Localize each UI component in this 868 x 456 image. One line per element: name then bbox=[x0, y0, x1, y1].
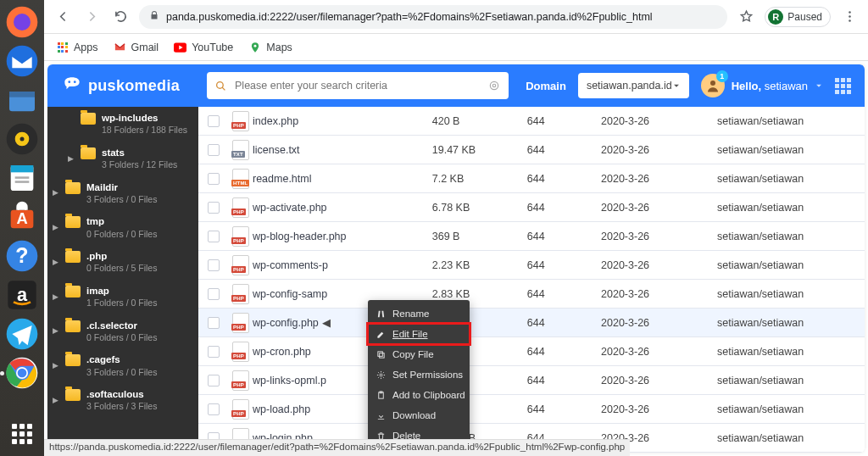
dock-telegram[interactable] bbox=[5, 317, 39, 351]
star-button[interactable] bbox=[736, 7, 756, 27]
menu-rename[interactable]: Rename bbox=[368, 303, 470, 324]
bookmark-youtube[interactable]: YouTube bbox=[174, 41, 233, 53]
context-menu[interactable]: RenameEdit FileCopy FileSet PermissionsA… bbox=[368, 300, 470, 449]
chevron-right-icon: ▶ bbox=[53, 361, 59, 370]
reload-button[interactable] bbox=[110, 7, 131, 27]
address-bar[interactable]: panda.puskomedia.id:2222/user/filemanage… bbox=[139, 5, 727, 29]
tree-item[interactable]: ▶.cagefs3 Folders / 0 Files bbox=[47, 348, 198, 383]
dock-files[interactable] bbox=[5, 83, 39, 117]
file-row[interactable]: wp-config.php◀3.03 KB6442020-3-26setiawa… bbox=[198, 309, 865, 337]
search-settings-icon[interactable] bbox=[488, 80, 500, 92]
tree-item[interactable]: ▶imap1 Folders / 0 Files bbox=[47, 280, 198, 314]
row-checkbox[interactable] bbox=[208, 144, 220, 156]
row-checkbox[interactable] bbox=[208, 346, 220, 358]
file-name: wp-comments-p bbox=[253, 259, 432, 271]
file-row[interactable]: wp-cron.php3.86 KB6442020-3-26setiawan/s… bbox=[198, 337, 865, 366]
page-viewport: puskomedia Domain setiawan.panda.id Hel bbox=[44, 61, 868, 456]
menu-download[interactable]: Download bbox=[368, 405, 470, 425]
tree-item[interactable]: ▶.php0 Folders / 5 Files bbox=[47, 245, 198, 280]
file-row[interactable]: license.txt19.47 KB6442020-3-26setiawan/… bbox=[198, 136, 865, 164]
dock-help[interactable]: ? bbox=[5, 239, 39, 273]
user-area[interactable]: Hello, setiawan bbox=[701, 74, 851, 97]
row-checkbox[interactable] bbox=[208, 288, 220, 300]
back-button[interactable] bbox=[53, 7, 73, 27]
file-date: 2020-3-26 bbox=[601, 231, 717, 242]
search-input[interactable] bbox=[233, 79, 481, 92]
file-date: 2020-3-26 bbox=[601, 288, 717, 300]
tree-item[interactable]: ▶.cl.selector0 Folders / 0 Files bbox=[47, 314, 198, 349]
svg-point-24 bbox=[849, 15, 851, 18]
svg-point-31 bbox=[491, 81, 498, 89]
file-row[interactable]: index.php420 B6442020-3-26setiawan/setia… bbox=[198, 107, 865, 136]
menu-set-permissions[interactable]: Set Permissions bbox=[368, 364, 470, 385]
menu-copy-file[interactable]: Copy File bbox=[368, 344, 470, 364]
row-checkbox[interactable] bbox=[208, 317, 220, 329]
profile-paused[interactable]: R Paused bbox=[765, 7, 831, 27]
folder-tree[interactable]: wp-includes18 Folders / 188 Files▶stats3… bbox=[47, 107, 198, 453]
tree-item[interactable]: ▶tmp0 Folders / 0 Files bbox=[47, 210, 198, 245]
domain-select[interactable]: setiawan.panda.id bbox=[578, 73, 689, 98]
svg-point-32 bbox=[492, 84, 496, 87]
tree-item[interactable]: wp-includes18 Folders / 188 Files bbox=[47, 107, 198, 142]
row-checkbox[interactable] bbox=[208, 115, 220, 127]
tree-item[interactable]: ▶stats3 Folders / 12 Files bbox=[47, 142, 198, 176]
file-icon bbox=[232, 370, 249, 391]
chevron-down-icon bbox=[815, 81, 823, 90]
svg-rect-10 bbox=[15, 176, 30, 179]
chevron-right-icon: ▶ bbox=[53, 396, 59, 405]
file-row[interactable]: wp-config-samp2.83 KB6442020-3-26setiawa… bbox=[198, 280, 865, 309]
search-box[interactable] bbox=[207, 72, 509, 99]
row-checkbox[interactable] bbox=[208, 202, 220, 214]
dock-firefox[interactable] bbox=[5, 5, 39, 39]
file-row[interactable]: wp-links-opml.p2.45 KB6442020-3-26setiaw… bbox=[198, 366, 865, 395]
row-checkbox[interactable] bbox=[208, 375, 220, 386]
file-size: 369 B bbox=[432, 231, 527, 242]
file-permissions: 644 bbox=[527, 115, 601, 127]
dock-show-applications[interactable] bbox=[5, 417, 39, 451]
folder-icon bbox=[81, 113, 96, 125]
dock-software[interactable]: A bbox=[5, 200, 39, 234]
file-permissions: 644 bbox=[527, 317, 601, 329]
file-row[interactable]: wp-load.php3.25 KB6442020-3-26setiawan/s… bbox=[198, 395, 865, 424]
dock-chrome[interactable] bbox=[5, 356, 39, 390]
gmail-icon bbox=[114, 41, 126, 53]
forward-button[interactable] bbox=[81, 7, 102, 27]
dock-rhythmbox[interactable] bbox=[5, 122, 39, 156]
file-name: wp-config-samp bbox=[253, 288, 432, 300]
row-checkbox[interactable] bbox=[208, 403, 220, 415]
file-row[interactable]: readme.html7.2 KB6442020-3-26setiawan/se… bbox=[198, 164, 865, 193]
folder-icon bbox=[65, 251, 81, 263]
row-checkbox[interactable] bbox=[208, 259, 220, 271]
tree-item[interactable]: ▶Maildir3 Folders / 0 Files bbox=[47, 176, 198, 211]
dock-amazon[interactable]: a bbox=[5, 278, 39, 312]
row-checkbox[interactable] bbox=[208, 231, 220, 242]
bookmark-gmail[interactable]: Gmail bbox=[114, 41, 159, 53]
bookmark-apps[interactable]: Apps bbox=[56, 41, 98, 53]
file-row[interactable]: wp-activate.php6.78 KB6442020-3-26setiaw… bbox=[198, 193, 865, 222]
tree-item[interactable]: ▶.softaculous3 Folders / 3 Files bbox=[47, 383, 198, 418]
file-row[interactable]: wp-comments-p2.23 KB6442020-3-26setiawan… bbox=[198, 251, 865, 280]
chrome-menu-button[interactable] bbox=[839, 7, 860, 27]
svg-point-1 bbox=[14, 14, 31, 31]
svg-rect-9 bbox=[11, 165, 34, 172]
apps-grid-button[interactable] bbox=[835, 78, 851, 94]
file-list[interactable]: index.php420 B6442020-3-26setiawan/setia… bbox=[198, 107, 865, 453]
file-date: 2020-3-26 bbox=[601, 144, 717, 156]
file-size: 2.23 KB bbox=[432, 259, 527, 271]
menu-edit-file[interactable]: Edit File bbox=[368, 324, 470, 344]
folder-icon bbox=[65, 320, 81, 332]
row-checkbox[interactable] bbox=[208, 173, 220, 185]
file-owner: setiawan/setiawan bbox=[717, 403, 854, 415]
file-name: index.php bbox=[253, 115, 432, 127]
file-date: 2020-3-26 bbox=[601, 375, 717, 386]
brand-logo[interactable]: puskomedia bbox=[61, 75, 180, 97]
menu-add-to-clipboard[interactable]: Add to Clipboard bbox=[368, 385, 470, 405]
file-row[interactable]: wp-blog-header.php369 B6442020-3-26setia… bbox=[198, 222, 865, 251]
bookmark-maps[interactable]: Maps bbox=[248, 41, 292, 53]
file-icon bbox=[232, 342, 249, 362]
dock-thunderbird[interactable] bbox=[5, 44, 39, 78]
dock-writer[interactable] bbox=[5, 161, 39, 195]
maps-icon bbox=[248, 41, 261, 53]
file-date: 2020-3-26 bbox=[601, 173, 717, 185]
chevron-right-icon: ▶ bbox=[53, 188, 59, 197]
